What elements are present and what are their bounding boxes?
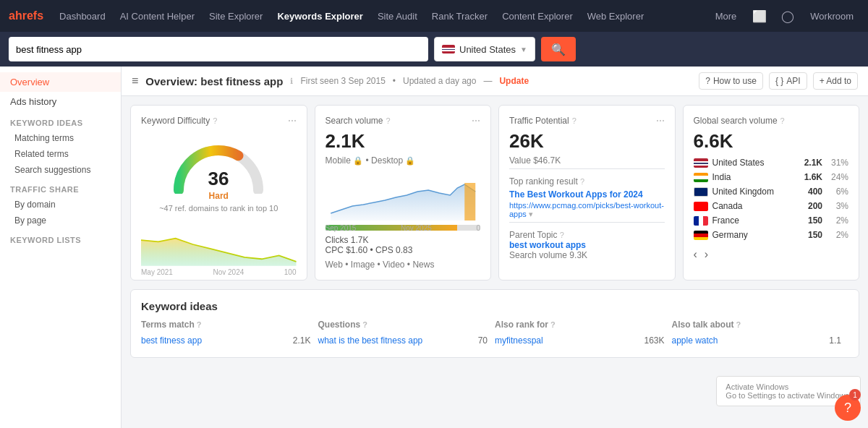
nav-ai[interactable]: AI Content Helper xyxy=(114,8,200,25)
nav-content-explorer[interactable]: Content Explorer xyxy=(496,8,579,25)
cards-grid: Keyword Difficulty ? ⋯ xyxy=(122,96,868,289)
nav-rank-tracker[interactable]: Rank Tracker xyxy=(426,8,493,25)
separator: • xyxy=(393,76,396,86)
country-row-fr: France 150 2% xyxy=(694,213,849,228)
search-input[interactable] xyxy=(16,44,421,55)
volume-info-icon[interactable]: ? xyxy=(386,116,391,125)
also-talk-info-icon[interactable]: ? xyxy=(736,320,741,329)
country-pct-us: 31% xyxy=(827,158,848,168)
country-vol-fr: 150 xyxy=(808,215,822,226)
country-row-de: Germany 150 2% xyxy=(694,228,849,242)
update-link[interactable]: Update xyxy=(499,76,529,86)
nav-site-audit[interactable]: Site Audit xyxy=(372,8,423,25)
search-button[interactable]: 🔍 xyxy=(541,37,576,61)
ki-terms-val: 2.1K xyxy=(293,335,311,346)
nav-keywords-explorer[interactable]: Keywords Explorer xyxy=(271,8,369,25)
nav-dashboard[interactable]: Dashboard xyxy=(54,8,111,25)
ki-terms-link[interactable]: best fitness app xyxy=(141,335,202,346)
nav-site-explorer[interactable]: Site Explorer xyxy=(203,8,268,25)
help-circle-icon[interactable]: ◯ xyxy=(777,7,799,26)
volume-chart-labels: Sep 2015 Nov 2025 0 xyxy=(326,224,481,232)
divider1 xyxy=(509,168,665,169)
sidebar-item-related-terms[interactable]: Related terms xyxy=(0,146,121,162)
separator2: — xyxy=(483,76,492,86)
kd-card: Keyword Difficulty ? ⋯ xyxy=(130,105,307,281)
also-rank-info-icon[interactable]: ? xyxy=(550,320,556,329)
header-actions: ? How to use { } API + Add to xyxy=(699,72,858,90)
us-flag-icon xyxy=(442,45,455,54)
kd-chart-dates: May 2021 Nov 2024 100 xyxy=(141,268,297,276)
ki-questions-link[interactable]: what is the best fitness app xyxy=(318,335,423,346)
top-result-header: Top ranking result ? xyxy=(509,176,665,187)
ca-flag-icon xyxy=(694,202,708,211)
fr-flag-icon xyxy=(694,216,708,226)
country-vol-de: 150 xyxy=(808,230,822,240)
country-name-us: United States xyxy=(712,158,765,168)
top-result-url[interactable]: https://www.pcmag.com/picks/best-workout… xyxy=(509,201,665,219)
top-result-section: Top ranking result ? The Best Workout Ap… xyxy=(509,176,665,219)
more-btn[interactable]: More xyxy=(710,8,743,25)
sidebar-item-search-suggestions[interactable]: Search suggestions xyxy=(0,162,121,178)
top-result-title[interactable]: The Best Workout Apps for 2024 xyxy=(509,189,665,200)
divider2 xyxy=(509,222,665,223)
parent-search-vol: Search volume 9.3K xyxy=(509,250,665,260)
country-vol-ca: 200 xyxy=(808,201,822,211)
ki-also-rank-link[interactable]: myfitnesspal xyxy=(495,335,543,346)
gb-flag-icon xyxy=(694,187,708,197)
traffic-menu-icon[interactable]: ⋯ xyxy=(656,116,665,126)
how-to-btn[interactable]: ? How to use xyxy=(699,72,763,90)
country-selector[interactable]: United States ▼ xyxy=(434,37,535,61)
country-name-de: Germany xyxy=(712,230,748,240)
traffic-info-icon[interactable]: ? xyxy=(572,116,576,125)
nav-web-explorer[interactable]: Web Explorer xyxy=(582,8,650,25)
country-vol-in: 1.6K xyxy=(804,172,822,182)
svg-text:36: 36 xyxy=(208,168,229,189)
country-row-us: United States 2.1K 31% xyxy=(694,155,849,170)
sidebar-section-traffic-share: Traffic share xyxy=(0,178,121,197)
prev-arrow[interactable]: ‹ xyxy=(694,248,697,261)
country-vol-gb: 400 xyxy=(808,187,822,197)
ki-also-talk-link[interactable]: apple watch xyxy=(672,335,718,346)
kd-info-icon[interactable]: ? xyxy=(213,116,217,125)
country-name-in: India xyxy=(712,172,731,182)
kd-difficulty-label: Hard xyxy=(209,191,229,201)
ki-also-rank-val: 163K xyxy=(644,335,664,346)
info-icon[interactable]: ℹ xyxy=(290,77,293,86)
sidebar-item-matching-terms[interactable]: Matching terms xyxy=(0,130,121,146)
add-to-btn[interactable]: + Add to xyxy=(813,72,858,90)
api-btn[interactable]: { } API xyxy=(769,72,807,90)
workroom-btn[interactable]: Workroom xyxy=(804,8,859,25)
traffic-card-title: Traffic Potential ? ⋯ xyxy=(509,116,665,126)
volume-menu-icon[interactable]: ⋯ xyxy=(472,116,480,126)
parent-topic-info-icon[interactable]: ? xyxy=(560,231,564,239)
pagination-arrows: ‹ › xyxy=(694,248,849,261)
de-flag-icon xyxy=(694,231,708,240)
country-name-fr: France xyxy=(712,215,739,226)
monitor-icon[interactable]: ⬜ xyxy=(748,7,771,26)
top-result-info-icon[interactable]: ? xyxy=(580,177,584,186)
sidebar-item-by-page[interactable]: By page xyxy=(0,213,121,228)
sidebar-item-ads-history[interactable]: Ads history xyxy=(0,92,121,111)
serp-features: Web • Image • Video • News xyxy=(326,260,481,270)
questions-info-icon[interactable]: ? xyxy=(362,320,367,329)
sidebar-section-keyword-lists: Keyword lists xyxy=(0,228,121,247)
sidebar-item-by-domain[interactable]: By domain xyxy=(0,197,121,213)
traffic-value-label: Value $46.7K xyxy=(509,155,665,166)
next-arrow[interactable]: › xyxy=(705,248,708,261)
kd-sub-label: ~47 ref. domains to rank in top 10 xyxy=(159,204,278,213)
desktop-lock-icon: 🔒 xyxy=(405,156,415,165)
country-label: United States xyxy=(459,44,516,55)
terms-match-info-icon[interactable]: ? xyxy=(197,320,202,329)
parent-topic-link[interactable]: best workout apps xyxy=(509,240,665,250)
search-input-wrap[interactable] xyxy=(9,37,428,61)
keyword-ideas-title: Keyword ideas xyxy=(141,300,848,312)
hamburger-icon[interactable]: ≡ xyxy=(132,74,138,87)
api-icon: { } xyxy=(775,76,783,86)
logo: ahrefs xyxy=(9,9,43,22)
sidebar: Overview Ads history Keyword ideas Match… xyxy=(0,67,122,428)
sidebar-item-overview[interactable]: Overview xyxy=(0,72,121,92)
kd-menu-icon[interactable]: ⋯ xyxy=(288,116,297,126)
global-info-icon[interactable]: ? xyxy=(780,116,785,125)
country-name-gb: United Kingdom xyxy=(712,187,774,197)
country-pct-de: 2% xyxy=(827,230,848,240)
